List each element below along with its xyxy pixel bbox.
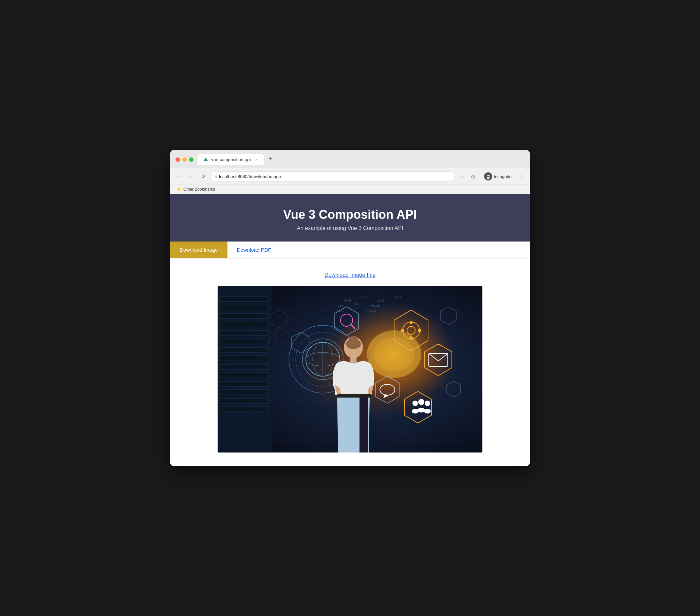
svg-rect-34 <box>219 364 268 369</box>
svg-rect-31 <box>219 339 268 344</box>
download-image-tab[interactable]: Download Image <box>170 242 227 258</box>
incognito-avatar <box>484 172 492 180</box>
svg-text:-1.98: -1.98 <box>336 304 343 307</box>
svg-rect-28 <box>219 313 268 319</box>
media-button[interactable]: ⊙ <box>468 172 478 181</box>
svg-text:-5.77: -5.77 <box>394 295 401 299</box>
svg-rect-35 <box>219 373 268 378</box>
svg-rect-33 <box>219 356 268 361</box>
nav-right: ☆ ⊙ Incognito ⋮ <box>457 171 526 182</box>
svg-text:-0.65: -0.65 <box>377 299 384 302</box>
svg-rect-32 <box>219 347 268 352</box>
svg-text:+01.18: +01.18 <box>367 309 376 312</box>
app-title: Vue 3 Composition API <box>177 208 523 222</box>
tab-title-text: vue-composition-api <box>211 157 251 162</box>
url-text: localhost:8080/download-image <box>219 174 281 179</box>
window-controls <box>175 157 193 162</box>
svg-text:-1.80: -1.80 <box>360 295 367 299</box>
forward-button[interactable]: → <box>186 172 196 181</box>
svg-point-4 <box>487 177 489 179</box>
incognito-button[interactable]: Incognito <box>481 171 515 182</box>
nav-bar: ← → ↺ ℹ localhost:8080/download-image ☆ … <box>170 168 530 185</box>
bookmark-button[interactable]: ☆ <box>457 172 467 181</box>
svg-rect-27 <box>219 305 268 310</box>
download-pdf-tab[interactable]: Download PDF <box>227 242 281 258</box>
maximize-window-button[interactable] <box>189 157 193 162</box>
svg-rect-26 <box>219 296 268 301</box>
svg-rect-36 <box>219 381 268 386</box>
svg-rect-55 <box>410 321 412 324</box>
svg-rect-94 <box>350 357 357 364</box>
svg-point-93 <box>346 339 361 349</box>
browser-window: vue-composition-api × + ← → ↺ ℹ localhos… <box>170 150 530 466</box>
svg-rect-95 <box>337 394 372 398</box>
svg-point-97 <box>374 337 414 371</box>
tech-image-container: +0.75 -1.80 -0.65 -5.77 -1.98 -.68 +81.9… <box>217 286 483 452</box>
tab-close-button[interactable]: × <box>253 157 259 162</box>
svg-point-70 <box>424 409 431 413</box>
active-tab[interactable]: vue-composition-api × <box>198 154 264 165</box>
svg-rect-57 <box>401 329 404 332</box>
svg-text:-1.07: -1.07 <box>350 307 357 311</box>
svg-rect-58 <box>418 329 421 332</box>
svg-text:+3.44: +3.44 <box>336 309 344 312</box>
svg-text:+81.96: +81.96 <box>370 304 380 307</box>
new-tab-button[interactable]: + <box>265 154 275 164</box>
svg-point-68 <box>417 408 425 412</box>
svg-point-67 <box>418 399 424 405</box>
close-window-button[interactable] <box>175 157 180 162</box>
back-button[interactable]: ← <box>174 172 184 181</box>
browser-menu-button[interactable]: ⋮ <box>516 172 526 181</box>
security-icon: ℹ <box>215 174 217 179</box>
app-subtitle: An example of using Vue 3 Composition AP… <box>177 225 523 231</box>
refresh-button[interactable]: ↺ <box>199 172 208 181</box>
svg-rect-38 <box>219 398 268 403</box>
page-content: Vue 3 Composition API An example of usin… <box>170 194 530 466</box>
svg-rect-96 <box>360 398 368 452</box>
nav-divider <box>479 173 479 180</box>
svg-text:-.68: -.68 <box>353 302 359 306</box>
bookmarks-bar: 📁 Other Bookmarks <box>170 185 530 194</box>
svg-point-65 <box>412 401 418 406</box>
app-header: Vue 3 Composition API An example of usin… <box>170 194 530 242</box>
app-main: Download Image File <box>170 258 530 466</box>
svg-rect-30 <box>219 330 268 335</box>
minimize-window-button[interactable] <box>182 157 187 162</box>
download-image-link[interactable]: Download Image File <box>325 272 375 278</box>
svg-point-69 <box>425 401 430 406</box>
tabs-area: vue-composition-api × + <box>198 154 525 165</box>
svg-rect-39 <box>219 407 268 412</box>
svg-text:+0.75: +0.75 <box>343 299 351 302</box>
title-bar: vue-composition-api × + <box>170 150 530 168</box>
address-bar[interactable]: ℹ localhost:8080/download-image <box>211 171 454 181</box>
tech-image-svg: +0.75 -1.80 -0.65 -5.77 -1.98 -.68 +81.9… <box>217 286 483 452</box>
other-bookmarks-item[interactable]: 📁 Other Bookmarks <box>174 186 217 192</box>
svg-point-6 <box>489 176 490 176</box>
tab-favicon <box>203 157 209 162</box>
incognito-label: Incognito <box>493 174 512 179</box>
folder-icon: 📁 <box>177 187 182 192</box>
app-nav: Download Image Download PDF <box>170 242 530 258</box>
svg-point-66 <box>412 409 418 413</box>
svg-rect-56 <box>410 336 412 340</box>
other-bookmarks-label: Other Bookmarks <box>183 187 215 192</box>
